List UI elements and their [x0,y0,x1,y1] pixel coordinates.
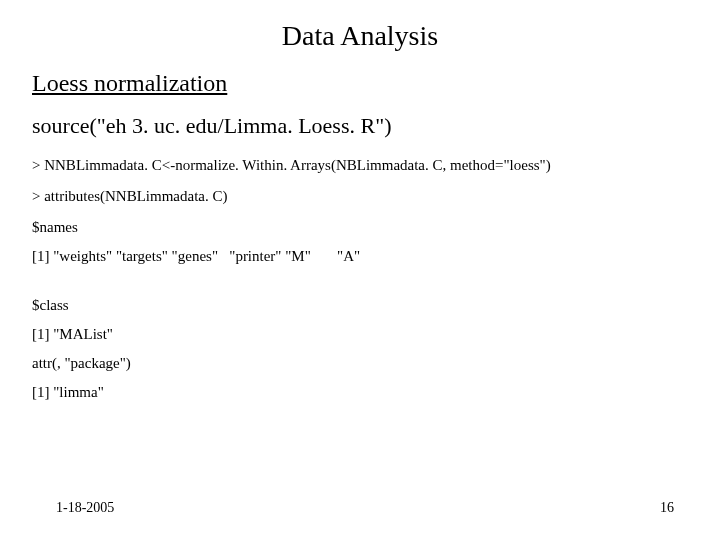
page-title: Data Analysis [32,20,688,52]
slide: Data Analysis Loess normalization source… [0,0,720,540]
code-line-attributes: > attributes(NNBLimmadata. C) [32,188,688,205]
code-line-normalize: > NNBLimmadata. C<-normalize. Within. Ar… [32,157,688,174]
output-class-value: [1] "MAList" [32,326,688,343]
footer: 1-18-2005 16 [0,500,720,516]
output-class-label: $class [32,297,688,314]
source-call: source("eh 3. uc. edu/Limma. Loess. R") [32,113,688,139]
output-names-values: [1] "weights" "targets" "genes" "printer… [32,248,688,265]
output-package-value: [1] "limma" [32,384,688,401]
section-subtitle: Loess normalization [32,70,688,97]
footer-page-number: 16 [660,500,674,516]
spacer [32,283,688,297]
footer-date: 1-18-2005 [56,500,114,516]
output-attr-line: attr(, "package") [32,355,688,372]
output-names-label: $names [32,219,688,236]
